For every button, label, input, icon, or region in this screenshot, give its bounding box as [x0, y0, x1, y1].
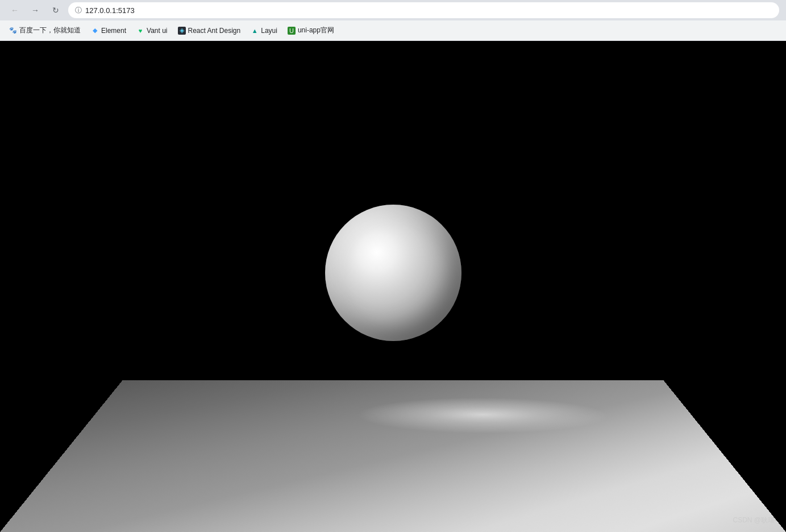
vant-favicon: ♥ [136, 27, 144, 35]
reload-button[interactable]: ↻ [48, 2, 64, 18]
browser-titlebar: ← → ↻ ⓘ 127.0.0.1:5173 [0, 0, 786, 20]
bookmark-layui-label: Layui [261, 27, 277, 35]
back-button[interactable]: ← [7, 2, 23, 18]
address-bar[interactable]: ⓘ 127.0.0.1:5173 [68, 2, 779, 18]
bookmark-element[interactable]: ◆ Element [86, 24, 131, 37]
bookmarks-bar: 🐾 百度一下，你就知道 ◆ Element ♥ Vant ui ◈ React … [0, 20, 786, 41]
baidu-favicon: 🐾 [9, 27, 17, 35]
react-ant-favicon: ◈ [178, 27, 186, 35]
uniapp-favicon: U [288, 27, 296, 35]
bookmark-react-ant-label: React Ant Design [188, 27, 241, 35]
element-favicon: ◆ [91, 27, 99, 35]
bookmark-vant[interactable]: ♥ Vant ui [132, 24, 172, 37]
bookmark-layui[interactable]: ▲ Layui [246, 24, 282, 37]
browser-content: CSDN @耿瑞- [0, 41, 786, 532]
bookmark-vant-label: Vant ui [147, 27, 167, 35]
lock-icon: ⓘ [75, 6, 82, 15]
bookmark-baidu[interactable]: 🐾 百度一下，你就知道 [5, 23, 85, 38]
3d-sphere [325, 205, 461, 341]
bookmark-react-ant[interactable]: ◈ React Ant Design [173, 24, 246, 37]
bookmark-element-label: Element [101, 27, 126, 35]
bookmark-uniapp[interactable]: U uni-app官网 [283, 23, 339, 38]
ground-plane [0, 380, 786, 532]
watermark: CSDN @耿瑞- [733, 516, 777, 525]
bookmark-uniapp-label: uni-app官网 [298, 26, 334, 35]
layui-favicon: ▲ [251, 27, 259, 35]
3d-scene: CSDN @耿瑞- [0, 41, 786, 532]
browser-chrome: ← → ↻ ⓘ 127.0.0.1:5173 🐾 百度一下，你就知道 ◆ Ele… [0, 0, 786, 41]
address-text: 127.0.0.1:5173 [85, 6, 135, 15]
bookmark-baidu-label: 百度一下，你就知道 [19, 26, 81, 35]
forward-button[interactable]: → [27, 2, 43, 18]
